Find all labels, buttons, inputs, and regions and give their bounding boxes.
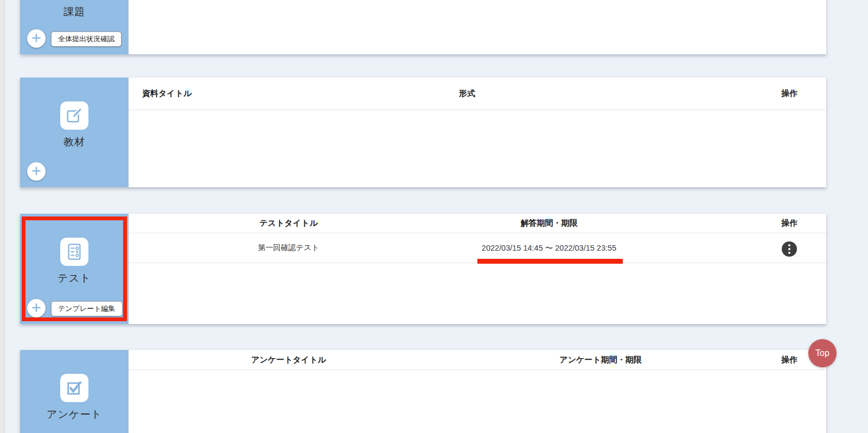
survey-checkbox-icon — [60, 374, 88, 402]
tests-template-edit-button[interactable]: テンプレート編集 — [51, 301, 123, 316]
section-card-assignments: 課題 全体提出状況確認 — [20, 0, 826, 54]
test-row: 第一回確認テスト 2022/03/15 14:45 〜 2022/03/15 2… — [129, 233, 826, 263]
materials-add-button[interactable] — [27, 162, 46, 181]
surveys-col-period: アンケート期間・期限 — [449, 355, 752, 365]
kebab-icon — [788, 244, 790, 246]
materials-table-header: 資料タイトル 形式 操作 — [129, 78, 826, 110]
test-period-with-red-underline: 2022/03/15 14:45 〜 2022/03/15 23:55 — [482, 243, 616, 253]
surveys-table-area: アンケートタイトル アンケート期間・期限 操作 — [129, 350, 826, 433]
window-left-edge — [0, 0, 5, 433]
test-row-menu-button[interactable] — [782, 241, 797, 257]
materials-table-area: 資料タイトル 形式 操作 — [129, 78, 826, 187]
test-title: 第一回確認テスト — [129, 243, 449, 253]
scroll-to-top-button[interactable]: Top — [808, 339, 837, 367]
plus-icon — [31, 33, 42, 45]
assignments-overview-button[interactable]: 全体提出状況確認 — [51, 31, 122, 47]
materials-section-label: 教材 — [20, 135, 129, 149]
assignments-add-button[interactable] — [27, 29, 46, 48]
tests-col-operations: 操作 — [752, 218, 826, 228]
tests-col-period: 解答期間・期限 — [449, 218, 649, 228]
edit-material-icon — [60, 101, 88, 130]
surveys-col-title: アンケートタイトル — [129, 355, 449, 365]
surveys-section-label: アンケート — [20, 407, 129, 422]
plus-icon — [31, 165, 42, 178]
materials-col-operations: 操作 — [752, 88, 826, 99]
assignments-side-panel: 課題 全体提出状況確認 — [20, 0, 129, 54]
tests-col-title: テストタイトル — [129, 218, 449, 228]
plus-icon — [31, 302, 42, 315]
test-checklist-icon — [60, 238, 88, 266]
tests-section-label: テスト — [20, 271, 129, 285]
section-card-surveys: アンケート アンケートタイトル アンケート期間・期限 操作 — [20, 350, 826, 433]
section-card-materials: 教材 資料タイトル 形式 操作 — [20, 78, 826, 187]
materials-col-title: 資料タイトル — [129, 88, 400, 99]
section-card-tests: テスト テンプレート編集 テストタイトル 解答期間・期限 操作 第一回確認テスト… — [20, 214, 826, 324]
surveys-table-header: アンケートタイトル アンケート期間・期限 操作 — [129, 350, 826, 370]
assignments-section-label: 課題 — [20, 5, 129, 19]
materials-side-panel: 教材 — [20, 78, 129, 187]
surveys-side-panel: アンケート — [20, 350, 129, 433]
assignments-table-area — [129, 0, 826, 54]
tests-table-area: テストタイトル 解答期間・期限 操作 第一回確認テスト 2022/03/15 1… — [129, 214, 826, 324]
tests-table-header: テストタイトル 解答期間・期限 操作 — [129, 214, 826, 233]
materials-col-format: 形式 — [400, 88, 534, 99]
tests-add-button[interactable] — [27, 299, 46, 317]
tests-side-panel: テスト テンプレート編集 — [20, 214, 129, 324]
